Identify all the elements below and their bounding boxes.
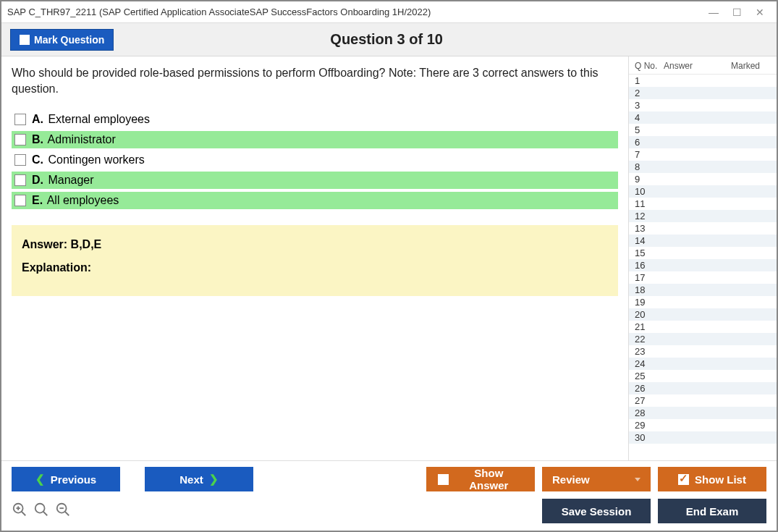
navigator-row[interactable]: 29 [629, 419, 777, 431]
next-button[interactable]: Next ❯ [145, 467, 253, 491]
navigator-list[interactable]: 1234567891011121314151617181920212223242… [629, 75, 777, 460]
option-E[interactable]: E. All employees [12, 192, 618, 209]
show-list-button[interactable]: Show List [658, 467, 766, 491]
navigator-row[interactable]: 16 [629, 259, 777, 271]
previous-label: Previous [51, 473, 96, 486]
answer-line: Answer: B,D,E [22, 238, 608, 251]
next-label: Next [179, 473, 203, 486]
navigator-row[interactable]: 18 [629, 284, 777, 296]
previous-button[interactable]: ❮ Previous [12, 467, 120, 491]
question-text: Who should be provided role-based permis… [12, 65, 618, 98]
option-letter: B. [32, 133, 43, 145]
answer-box: Answer: B,D,E Explanation: [12, 225, 618, 296]
window-title: SAP C_THR97_2211 (SAP Certified Applicat… [7, 7, 709, 17]
checkbox-icon[interactable] [14, 195, 26, 206]
navigator-row[interactable]: 7 [629, 148, 777, 161]
window-controls: — ☐ ✕ [709, 7, 771, 17]
option-B[interactable]: B. Administrator [12, 131, 618, 148]
button-row-1: ❮ Previous Next ❯ Show Answer Review Sho… [12, 467, 766, 491]
navigator-row[interactable]: 4 [629, 111, 777, 124]
zoom-out-icon[interactable] [55, 502, 71, 521]
navigator-row[interactable]: 6 [629, 136, 777, 148]
option-text: All employees [44, 194, 119, 206]
app-window: SAP C_THR97_2211 (SAP Certified Applicat… [0, 0, 778, 532]
chevron-right-icon: ❯ [209, 473, 219, 486]
navigator-row[interactable]: 30 [629, 431, 777, 444]
checkbox-icon [438, 474, 449, 485]
svg-line-7 [65, 511, 69, 515]
navigator-row[interactable]: 12 [629, 210, 777, 222]
end-exam-label: End Exam [686, 505, 739, 518]
options-list: A. External employeesB. AdministratorC. … [12, 111, 618, 209]
explanation-label: Explanation: [22, 261, 608, 274]
col-answer: Answer [664, 61, 731, 71]
option-text: Contingen workers [45, 153, 145, 166]
navigator-row[interactable]: 26 [629, 382, 777, 394]
question-counter: Question 3 of 10 [114, 31, 659, 48]
navigator-row[interactable]: 5 [629, 124, 777, 136]
checkbox-icon[interactable] [14, 114, 26, 125]
navigator-row[interactable]: 25 [629, 370, 777, 382]
minimize-icon[interactable]: — [709, 7, 719, 17]
navigator-row[interactable]: 24 [629, 358, 777, 370]
option-text: External employees [45, 113, 150, 125]
close-icon[interactable]: ✕ [755, 7, 765, 17]
checkbox-icon[interactable] [14, 174, 26, 186]
mark-question-label: Mark Question [34, 34, 104, 46]
show-answer-button[interactable]: Show Answer [426, 467, 535, 491]
navigator-row[interactable]: 15 [629, 247, 777, 259]
content-row: Who should be provided role-based permis… [1, 56, 777, 460]
review-dropdown[interactable]: Review [542, 467, 651, 491]
question-navigator: Q No. Answer Marked 12345678910111213141… [628, 56, 777, 460]
review-label: Review [552, 473, 590, 486]
navigator-row[interactable]: 23 [629, 345, 777, 358]
end-exam-button[interactable]: End Exam [658, 499, 766, 523]
answer-label: Answer: [22, 238, 67, 250]
option-text: Manager [45, 174, 94, 186]
option-letter: E. [32, 194, 43, 206]
navigator-row[interactable]: 13 [629, 222, 777, 235]
checkbox-icon [20, 35, 30, 45]
navigator-header: Q No. Answer Marked [629, 56, 777, 75]
option-D[interactable]: D. Manager [12, 172, 618, 189]
zoom-in-icon[interactable] [12, 502, 28, 521]
navigator-row[interactable]: 21 [629, 321, 777, 333]
option-letter: C. [32, 153, 43, 166]
navigator-row[interactable]: 9 [629, 173, 777, 185]
checkbox-icon[interactable] [14, 134, 26, 145]
answer-value: B,D,E [71, 238, 102, 250]
zoom-reset-icon[interactable] [33, 502, 49, 521]
navigator-row[interactable]: 8 [629, 161, 777, 173]
navigator-row[interactable]: 22 [629, 333, 777, 345]
navigator-row[interactable]: 2 [629, 87, 777, 99]
navigator-row[interactable]: 27 [629, 394, 777, 407]
save-session-button[interactable]: Save Session [542, 499, 651, 523]
col-marked: Marked [731, 61, 771, 71]
question-area: Who should be provided role-based permis… [1, 56, 628, 460]
option-letter: D. [32, 174, 43, 186]
option-A[interactable]: A. External employees [12, 111, 618, 128]
navigator-row[interactable]: 1 [629, 75, 777, 87]
title-bar: SAP C_THR97_2211 (SAP Certified Applicat… [1, 1, 777, 23]
navigator-row[interactable]: 3 [629, 99, 777, 111]
option-letter: A. [32, 113, 43, 125]
svg-line-5 [43, 511, 48, 515]
checkbox-icon[interactable] [14, 154, 26, 166]
navigator-row[interactable]: 10 [629, 185, 777, 198]
navigator-row[interactable]: 14 [629, 235, 777, 247]
svg-point-4 [35, 503, 45, 512]
header-bar: Mark Question Question 3 of 10 [1, 23, 777, 56]
navigator-row[interactable]: 28 [629, 407, 777, 419]
save-session-label: Save Session [562, 505, 632, 518]
navigator-row[interactable]: 20 [629, 308, 777, 321]
svg-line-1 [22, 511, 26, 515]
navigator-row[interactable]: 11 [629, 198, 777, 210]
mark-question-button[interactable]: Mark Question [10, 29, 114, 51]
option-C[interactable]: C. Contingen workers [12, 151, 618, 169]
maximize-icon[interactable]: ☐ [732, 7, 742, 17]
chevron-down-icon [635, 478, 640, 481]
bottom-bar: ❮ Previous Next ❯ Show Answer Review Sho… [1, 460, 777, 531]
navigator-row[interactable]: 17 [629, 271, 777, 284]
navigator-row[interactable]: 19 [629, 296, 777, 308]
show-answer-label: Show Answer [454, 467, 523, 491]
